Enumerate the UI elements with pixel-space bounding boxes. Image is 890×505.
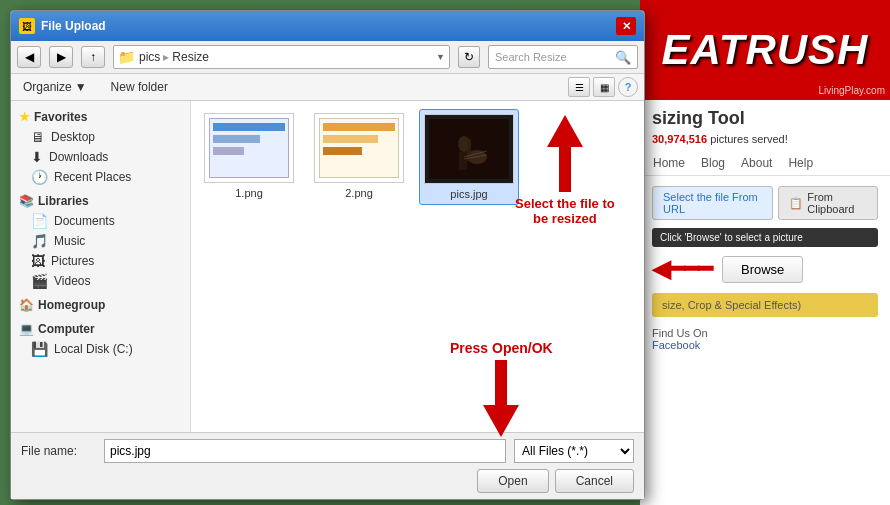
path-separator: ▸: [163, 50, 169, 64]
sidebar-item-videos[interactable]: 🎬 Videos: [11, 271, 190, 291]
thumb-bar-2b: [323, 135, 378, 143]
pictures-icon: 🖼: [31, 253, 45, 269]
svg-rect-2: [459, 152, 467, 170]
recent-label: Recent Places: [54, 170, 131, 184]
documents-label: Documents: [54, 214, 115, 228]
organize-button[interactable]: Organize ▼: [17, 78, 93, 96]
file-label-3: pics.jpg: [450, 188, 487, 200]
source-tabs: Select the file From URL 📋 From Clipboar…: [652, 186, 878, 220]
site-content: Select the file From URL 📋 From Clipboar…: [640, 176, 890, 361]
dialog-title: File Upload: [41, 19, 610, 33]
select-annotation: Select the file to be resized: [515, 115, 615, 226]
thumb-bar-2c: [323, 147, 362, 155]
nav-home[interactable]: Home: [645, 151, 693, 175]
sidebar-item-desktop[interactable]: 🖥 Desktop: [11, 127, 190, 147]
thumb-bar-2a: [323, 123, 395, 131]
up-arrow-stem: [559, 147, 571, 192]
sidebar-item-local-disk[interactable]: 💾 Local Disk (C:): [11, 339, 190, 359]
recent-folder-icon: 🕐: [31, 169, 48, 185]
cancel-button[interactable]: Cancel: [555, 469, 634, 493]
path-part-2: Resize: [172, 50, 209, 64]
new-folder-button[interactable]: New folder: [103, 78, 176, 96]
nav-blog[interactable]: Blog: [693, 151, 733, 175]
file-thumb-1: [204, 113, 294, 183]
facebook-link[interactable]: Facebook: [652, 339, 700, 351]
down-arrow-stem: [495, 360, 507, 405]
open-button[interactable]: Open: [477, 469, 548, 493]
site-domain: LivingPlay.com: [818, 85, 885, 96]
website-panel: EATRUSH LivingPlay.com sizing Tool 30,97…: [640, 0, 890, 505]
file-label-1: 1.png: [235, 187, 263, 199]
sidebar-item-music[interactable]: 🎵 Music: [11, 231, 190, 251]
search-icon: 🔍: [615, 50, 631, 65]
sidebar-item-recent[interactable]: 🕐 Recent Places: [11, 167, 190, 187]
refresh-button[interactable]: ↻: [458, 46, 480, 68]
computer-section: 💻 Computer 💾 Local Disk (C:): [11, 319, 190, 359]
address-bar[interactable]: 📁 pics ▸ Resize ▼: [113, 45, 450, 69]
dialog-close-button[interactable]: ✕: [616, 17, 636, 35]
press-annotation: Press Open/OK: [450, 340, 553, 437]
help-button[interactable]: ?: [618, 77, 638, 97]
filename-input[interactable]: [104, 439, 506, 463]
guitar-svg: [429, 119, 509, 179]
up-button[interactable]: ↑: [81, 46, 105, 68]
dialog-titlebar: 🖼 File Upload ✕: [11, 11, 644, 41]
select-text: Select the file to be resized: [515, 196, 615, 226]
search-box[interactable]: Search Resize 🔍: [488, 45, 638, 69]
favorites-section: ★ Favorites 🖥 Desktop ⬇ Downloads 🕐 Rece…: [11, 107, 190, 187]
homegroup-header: 🏠 Homegroup: [11, 295, 190, 315]
folder-icon: 📁: [118, 49, 135, 65]
videos-label: Videos: [54, 274, 90, 288]
clipboard-icon: 📋: [789, 197, 803, 210]
clipboard-label: From Clipboard: [807, 191, 867, 215]
from-clipboard-tab[interactable]: 📋 From Clipboard: [778, 186, 878, 220]
file-thumb-3: [424, 114, 514, 184]
select-line-2: be resized: [515, 211, 615, 226]
computer-icon: 💻: [19, 322, 34, 336]
site-header: EATRUSH LivingPlay.com: [640, 0, 890, 100]
counter-suffix: pictures served!: [710, 133, 788, 145]
find-us-label: Find Us On: [652, 327, 708, 339]
address-dropdown-icon[interactable]: ▼: [436, 52, 445, 62]
site-counter: 30,974,516 pictures served!: [640, 133, 890, 151]
videos-icon: 🎬: [31, 273, 48, 289]
filetype-select[interactable]: All Files (*.*): [514, 439, 634, 463]
file-item-3[interactable]: pics.jpg: [419, 109, 519, 205]
address-path: pics ▸ Resize: [139, 50, 209, 64]
view-list-button[interactable]: ☰: [568, 77, 590, 97]
down-arrow-head: [483, 405, 519, 437]
star-icon: ★: [19, 110, 30, 124]
dialog-bottom: File name: All Files (*.*) Open Cancel: [11, 432, 644, 499]
music-icon: 🎵: [31, 233, 48, 249]
nav-help[interactable]: Help: [780, 151, 821, 175]
desktop-label: Desktop: [51, 130, 95, 144]
file-item-2[interactable]: 2.png: [309, 109, 409, 205]
library-icon: 📚: [19, 194, 34, 208]
browse-button[interactable]: Browse: [722, 256, 803, 283]
nav-about[interactable]: About: [733, 151, 780, 175]
sidebar-item-downloads[interactable]: ⬇ Downloads: [11, 147, 190, 167]
music-label: Music: [54, 234, 85, 248]
homegroup-label: Homegroup: [38, 298, 105, 312]
filename-label: File name:: [21, 444, 96, 458]
disk-icon: 💾: [31, 341, 48, 357]
address-toolbar: ◀ ▶ ↑ 📁 pics ▸ Resize ▼ ↻ Search Resize …: [11, 41, 644, 74]
site-nav: Home Blog About Help: [640, 151, 890, 176]
homegroup-section: 🏠 Homegroup: [11, 295, 190, 315]
file-label-2: 2.png: [345, 187, 373, 199]
forward-button[interactable]: ▶: [49, 46, 73, 68]
button-row: Open Cancel: [21, 469, 634, 493]
sidebar-item-pictures[interactable]: 🖼 Pictures: [11, 251, 190, 271]
counter-value: 30,974,516: [652, 133, 707, 145]
path-part-1: pics: [139, 50, 160, 64]
sidebar-item-documents[interactable]: 📄 Documents: [11, 211, 190, 231]
libraries-header: 📚 Libraries: [11, 191, 190, 211]
favorites-header: ★ Favorites: [11, 107, 190, 127]
view-details-button[interactable]: ▦: [593, 77, 615, 97]
back-button[interactable]: ◀: [17, 46, 41, 68]
filename-row: File name: All Files (*.*): [21, 439, 634, 463]
find-us: Find Us On Facebook: [652, 327, 878, 351]
file-item-1[interactable]: 1.png: [199, 109, 299, 205]
thumb-bar-1b: [213, 135, 260, 143]
from-url-tab[interactable]: Select the file From URL: [652, 186, 773, 220]
